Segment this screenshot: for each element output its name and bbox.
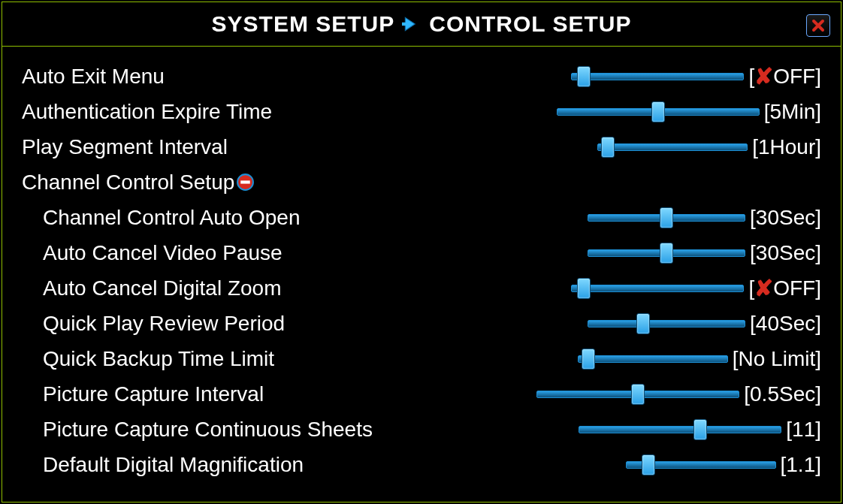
breadcrumb: SYSTEM SETUP CONTROL SETUP <box>212 11 632 37</box>
slider-chan-auto-open[interactable] <box>588 208 745 228</box>
value-play-segment: [1Hour] <box>752 135 821 159</box>
collapse-icon[interactable] <box>236 173 255 192</box>
value-pic-capture-sheets: [11] <box>786 418 821 442</box>
row-chan-auto-open: Channel Control Auto Open [30Sec] <box>22 200 821 235</box>
value-pic-capture-interval: [0.5Sec] <box>744 382 821 406</box>
slider-auto-cancel-pause[interactable] <box>588 243 745 263</box>
breadcrumb-parent[interactable]: SYSTEM SETUP <box>212 11 395 37</box>
row-default-digital-mag: Default Digital Magnification [1.1] <box>22 447 821 482</box>
value-auto-cancel-pause: [30Sec] <box>750 241 821 265</box>
label-pic-capture-interval: Picture Capture Interval <box>22 382 264 406</box>
breadcrumb-current: CONTROL SETUP <box>429 11 631 37</box>
label-auto-cancel-zoom: Auto Cancel Digital Zoom <box>22 276 281 300</box>
value-default-digital-mag: [1.1] <box>781 453 822 477</box>
label-auto-cancel-pause: Auto Cancel Video Pause <box>22 241 283 265</box>
close-button[interactable] <box>806 14 830 37</box>
slider-quick-play-review[interactable] <box>588 314 745 333</box>
value-auto-exit-menu: [✘OFF] <box>748 63 821 89</box>
row-auto-exit-menu: Auto Exit Menu [✘OFF] <box>22 59 821 94</box>
value-quick-play-review: [40Sec] <box>750 312 821 336</box>
row-auth-expire: Authentication Expire Time [5Min] <box>22 94 821 129</box>
chevron-right-icon <box>402 14 422 34</box>
label-auto-exit-menu: Auto Exit Menu <box>22 65 165 89</box>
row-quick-play-review: Quick Play Review Period [40Sec] <box>22 306 821 341</box>
slider-quick-backup-limit[interactable] <box>578 349 728 369</box>
row-play-segment: Play Segment Interval [1Hour] <box>22 129 821 164</box>
control-setup-window: SYSTEM SETUP CONTROL SETUP Auto Exit Men… <box>2 2 841 502</box>
value-auto-cancel-zoom: [✘OFF] <box>748 275 821 301</box>
row-channel-control-setup-group: Channel Control Setup <box>22 164 821 200</box>
row-pic-capture-interval: Picture Capture Interval [0.5Sec] <box>22 376 821 412</box>
slider-pic-capture-sheets[interactable] <box>579 420 781 439</box>
slider-auto-exit-menu[interactable] <box>571 67 744 86</box>
svg-rect-0 <box>402 23 407 26</box>
slider-pic-capture-interval[interactable] <box>536 385 739 404</box>
slider-play-segment[interactable] <box>597 137 748 157</box>
label-channel-control-setup[interactable]: Channel Control Setup <box>22 171 234 195</box>
label-quick-backup-limit: Quick Backup Time Limit <box>22 347 274 371</box>
close-icon <box>811 18 826 33</box>
label-quick-play-review: Quick Play Review Period <box>22 312 285 336</box>
slider-auth-expire[interactable] <box>557 102 760 122</box>
row-auto-cancel-zoom: Auto Cancel Digital Zoom [✘OFF] <box>22 270 821 306</box>
row-quick-backup-limit: Quick Backup Time Limit [No Limit] <box>22 341 821 376</box>
label-chan-auto-open: Channel Control Auto Open <box>22 206 300 230</box>
svg-rect-2 <box>241 180 251 183</box>
label-auth-expire: Authentication Expire Time <box>22 100 272 124</box>
label-default-digital-mag: Default Digital Magnification <box>22 453 304 477</box>
slider-default-digital-mag[interactable] <box>626 455 776 475</box>
value-chan-auto-open: [30Sec] <box>750 206 821 230</box>
row-auto-cancel-pause: Auto Cancel Video Pause [30Sec] <box>22 235 821 270</box>
titlebar: SYSTEM SETUP CONTROL SETUP <box>2 2 841 47</box>
row-pic-capture-sheets: Picture Capture Continuous Sheets [11] <box>22 412 821 447</box>
value-auth-expire: [5Min] <box>764 100 821 124</box>
slider-auto-cancel-zoom[interactable] <box>571 279 744 298</box>
label-pic-capture-sheets: Picture Capture Continuous Sheets <box>22 418 373 442</box>
label-play-segment: Play Segment Interval <box>22 135 228 159</box>
settings-list: Auto Exit Menu [✘OFF] Authentication Exp… <box>2 47 841 482</box>
value-quick-backup-limit: [No Limit] <box>733 347 821 371</box>
